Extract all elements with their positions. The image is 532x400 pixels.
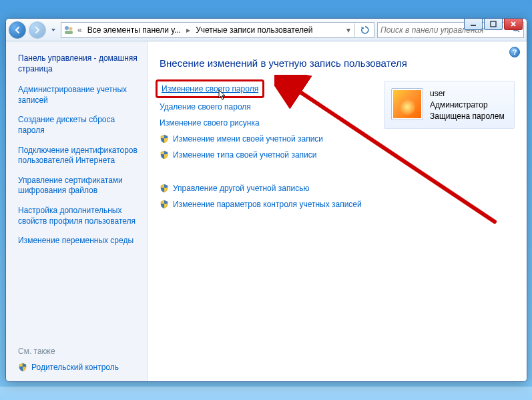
action-label: Управление другой учетной записью	[173, 184, 309, 193]
history-dropdown[interactable]	[49, 23, 58, 37]
breadcrumb-root-arrow[interactable]: «	[76, 25, 83, 35]
sidebar-see-also: См. также	[18, 347, 139, 356]
sidebar-link-admin-accounts[interactable]: Администрирование учетных записей	[18, 85, 139, 106]
sidebar-link-online-ids[interactable]: Подключение идентификаторов пользователе…	[18, 146, 139, 166]
shield-icon	[18, 363, 27, 372]
sidebar-link-encryption-certs[interactable]: Управление сертификатами шифрования файл…	[18, 176, 139, 196]
action-label: Изменение типа своей учетной записи	[173, 150, 316, 160]
shield-icon	[160, 134, 169, 144]
breadcrumb-segment-1[interactable]: Все элементы панели у...	[85, 24, 184, 36]
content-area: ? Внесение изменений в учетную запись по…	[148, 41, 527, 381]
sidebar-link-advanced-profile[interactable]: Настройка дополнительных свойств профиля…	[18, 206, 139, 226]
breadcrumb-dropdown[interactable]: ▾	[345, 25, 352, 35]
user-accounts-icon	[63, 24, 75, 36]
svg-point-3	[69, 27, 73, 30]
help-icon[interactable]: ?	[509, 47, 520, 57]
user-name: user	[430, 88, 505, 99]
action-change-name[interactable]: Изменение имени своей учетной записи	[160, 133, 368, 145]
action-label: Удаление своего пароля	[160, 102, 251, 112]
action-manage-other[interactable]: Управление другой учетной записью	[160, 182, 368, 194]
user-status: Защищена паролем	[430, 111, 505, 122]
action-label: Изменение своего пароля	[162, 84, 258, 93]
annotation-highlight: Изменение своего пароля	[156, 79, 264, 98]
sidebar-parental-control[interactable]: Родительский контроль	[18, 363, 139, 372]
sidebar-link-env-vars[interactable]: Изменение переменных среды	[18, 236, 139, 246]
control-panel-window: « Все элементы панели у... ▸ Учетные зап…	[5, 18, 527, 382]
forward-button[interactable]	[29, 21, 46, 39]
actions-list: Изменение своего пароля Удаление своего …	[160, 81, 368, 214]
action-uac-settings[interactable]: Изменение параметров контроля учетных за…	[160, 198, 368, 210]
refresh-button[interactable]	[358, 23, 372, 37]
sidebar: Панель управления - домашняя страница Ад…	[6, 41, 148, 381]
breadcrumb-segment-2[interactable]: Учетные записи пользователей	[193, 24, 315, 36]
action-remove-password[interactable]: Удаление своего пароля	[160, 101, 368, 113]
close-button[interactable]	[504, 18, 523, 30]
svg-rect-4	[65, 31, 73, 34]
user-card: user Администратор Защищена паролем	[384, 81, 515, 129]
shield-icon	[160, 184, 169, 193]
desktop-background	[0, 387, 532, 400]
maximize-button[interactable]	[484, 18, 503, 30]
breadcrumb-arrow[interactable]: ▸	[185, 25, 192, 35]
action-change-type[interactable]: Изменение типа своей учетной записи	[160, 149, 368, 161]
shield-icon	[160, 200, 169, 209]
sidebar-link-password-reset-disk[interactable]: Создание дискеты сброса пароля	[18, 115, 139, 136]
minimize-button[interactable]	[464, 18, 483, 30]
page-title: Внесение изменений в учетную запись поль…	[160, 57, 515, 69]
action-change-password[interactable]: Изменение своего пароля	[162, 83, 258, 95]
action-label: Изменение параметров контроля учетных за…	[173, 200, 362, 209]
svg-rect-1	[491, 21, 496, 27]
navigation-bar: « Все элементы панели у... ▸ Учетные зап…	[6, 19, 527, 41]
shield-icon	[160, 150, 169, 160]
svg-rect-0	[471, 25, 476, 26]
sidebar-parental-label: Родительский контроль	[31, 363, 119, 372]
svg-point-2	[65, 26, 69, 30]
action-label: Изменение своего рисунка	[160, 118, 260, 128]
user-role: Администратор	[430, 99, 505, 111]
avatar	[391, 88, 423, 120]
window-controls	[464, 18, 523, 30]
action-change-picture[interactable]: Изменение своего рисунка	[160, 117, 368, 129]
address-bar[interactable]: « Все элементы панели у... ▸ Учетные зап…	[61, 22, 374, 38]
action-label: Изменение имени своей учетной записи	[173, 134, 323, 144]
sidebar-heading[interactable]: Панель управления - домашняя страница	[18, 53, 139, 74]
back-button[interactable]	[9, 21, 26, 39]
